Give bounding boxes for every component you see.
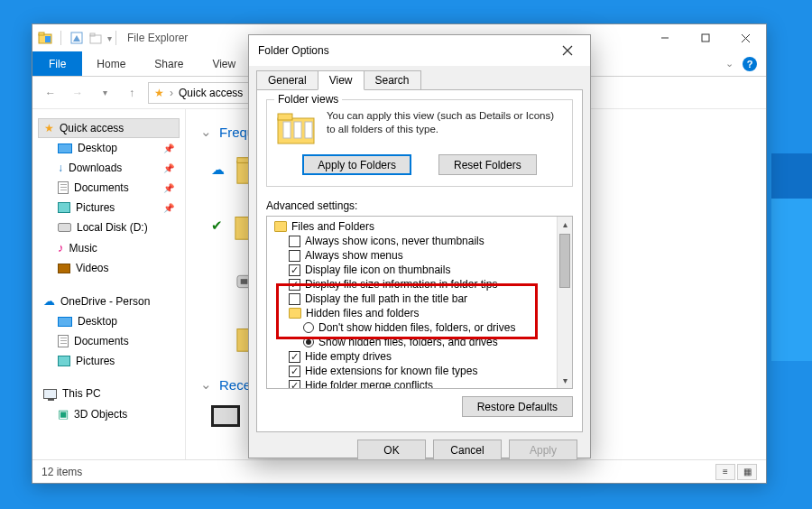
tree-option[interactable]: Display file size information in folder … xyxy=(269,277,555,292)
recent-locations-button[interactable]: ▾ xyxy=(94,82,115,104)
chevron-right-icon[interactable]: › xyxy=(170,87,173,99)
checkbox-icon[interactable] xyxy=(289,351,300,363)
breadcrumb-segment[interactable]: Quick access xyxy=(179,87,243,99)
tree-label: Hide folder merge conflicts xyxy=(305,379,433,388)
desktop-icon xyxy=(58,317,72,327)
checkbox-icon[interactable] xyxy=(289,279,300,291)
restore-defaults-button[interactable]: Restore Defaults xyxy=(462,396,573,417)
radio-icon[interactable] xyxy=(303,337,314,347)
radio-icon[interactable] xyxy=(303,322,314,333)
apply-button[interactable]: Apply xyxy=(509,440,577,460)
navigation-pane: ★ Quick access Desktop📌 ↓Downloads📌 Docu… xyxy=(32,109,186,459)
nav-item-3d-objects[interactable]: ▣3D Objects xyxy=(38,403,180,424)
close-button[interactable] xyxy=(554,37,581,64)
tree-label: Hide extensions for known file types xyxy=(305,365,477,377)
dialog-tabs: General View Search xyxy=(249,66,590,89)
tab-view[interactable]: View xyxy=(198,51,250,76)
nav-item-music[interactable]: ♪Music xyxy=(38,237,180,258)
svg-rect-21 xyxy=(294,122,301,138)
scrollbar[interactable]: ▴ ▾ xyxy=(557,217,572,388)
new-folder-icon[interactable] xyxy=(88,31,103,45)
nav-item-documents[interactable]: Documents📌 xyxy=(38,178,180,198)
breadcrumb[interactable]: ★ › Quick access › xyxy=(148,82,258,104)
group-legend: Folder views xyxy=(274,93,342,106)
close-button[interactable] xyxy=(725,24,766,51)
quick-access-toolbar: ▾ xyxy=(38,31,112,45)
thumbnails-view-button[interactable]: ▦ xyxy=(737,464,757,480)
tree-radio-option[interactable]: Show hidden files, folders, and drives xyxy=(269,335,555,349)
ok-button[interactable]: OK xyxy=(357,440,426,460)
tab-home[interactable]: Home xyxy=(82,51,140,76)
apply-to-folders-button[interactable]: Apply to Folders xyxy=(302,154,411,175)
scrollbar-thumb[interactable] xyxy=(559,234,570,288)
svg-rect-6 xyxy=(702,34,709,42)
tree-radio-option[interactable]: Don't show hidden files, folders, or dri… xyxy=(269,320,555,335)
tree-option[interactable]: Display file icon on thumbnails xyxy=(269,263,555,277)
nav-item-downloads[interactable]: ↓Downloads📌 xyxy=(38,158,180,178)
maximize-button[interactable] xyxy=(685,24,725,51)
tab-file[interactable]: File xyxy=(32,51,82,76)
checkbox-icon[interactable] xyxy=(289,366,300,377)
nav-item-pictures[interactable]: Pictures📌 xyxy=(38,198,180,217)
tree-option[interactable]: Hide folder merge conflicts xyxy=(269,378,555,388)
chevron-down-icon: ⌄ xyxy=(200,376,212,393)
tree-node-hidden[interactable]: Hidden files and folders xyxy=(269,306,555,320)
details-view-button[interactable]: ≡ xyxy=(715,464,735,480)
scroll-down-button[interactable]: ▾ xyxy=(558,373,572,388)
tree-option[interactable]: Hide empty drives xyxy=(269,349,555,364)
nav-item-local-disk[interactable]: Local Disk (D:) xyxy=(38,217,180,237)
advanced-settings-tree: Files and Folders Always show icons, nev… xyxy=(266,216,573,389)
nav-item-desktop[interactable]: Desktop📌 xyxy=(38,138,180,158)
scroll-up-button[interactable]: ▴ xyxy=(558,217,572,232)
scrollbar-track[interactable] xyxy=(558,290,572,373)
up-button[interactable]: ↑ xyxy=(121,82,143,104)
folder-icon xyxy=(289,308,301,319)
svg-rect-2 xyxy=(45,36,51,42)
tab-view[interactable]: View xyxy=(318,70,364,90)
forward-button[interactable]: → xyxy=(67,82,88,104)
pin-icon: 📌 xyxy=(163,143,174,153)
tab-search[interactable]: Search xyxy=(364,70,421,90)
checkbox-icon[interactable] xyxy=(289,293,300,305)
reset-folders-button[interactable]: Reset Folders xyxy=(438,154,537,175)
nav-item-od-documents[interactable]: Documents xyxy=(38,331,180,351)
nav-item-od-pictures[interactable]: Pictures xyxy=(38,351,180,371)
svg-rect-17 xyxy=(214,408,237,424)
pc-icon xyxy=(43,389,57,399)
dialog-titlebar[interactable]: Folder Options xyxy=(249,35,590,66)
image-thumbnail xyxy=(211,405,240,427)
nav-this-pc[interactable]: This PC xyxy=(38,384,180,403)
tree-option[interactable]: Hide extensions for known file types xyxy=(269,364,555,378)
tree-label: Don't show hidden files, folders, or dri… xyxy=(318,321,515,334)
svg-rect-12 xyxy=(241,279,248,284)
chevron-down-icon: ⌄ xyxy=(200,124,212,140)
back-button[interactable]: ← xyxy=(40,82,61,104)
nav-item-od-desktop[interactable]: Desktop xyxy=(38,311,180,331)
nav-onedrive[interactable]: ☁ OneDrive - Person xyxy=(38,291,180,311)
qat-chevron-icon[interactable]: ▾ xyxy=(107,33,112,43)
tab-general[interactable]: General xyxy=(256,70,318,90)
nav-quick-access[interactable]: ★ Quick access xyxy=(38,118,180,138)
tree-option[interactable]: Always show icons, never thumbnails xyxy=(269,234,555,248)
properties-icon[interactable] xyxy=(69,31,84,45)
nav-label: Downloads xyxy=(69,162,122,174)
tree-node-files-and-folders[interactable]: Files and Folders xyxy=(269,219,555,234)
checkbox-icon[interactable] xyxy=(289,264,300,276)
tree-option[interactable]: Always show menus xyxy=(269,248,555,263)
cloud-status-icon: ☁ xyxy=(211,162,225,178)
tab-share[interactable]: Share xyxy=(140,51,198,76)
svg-rect-1 xyxy=(39,32,44,35)
checkbox-icon[interactable] xyxy=(289,236,300,247)
ribbon-chevron-icon[interactable]: ⌄ xyxy=(725,58,734,69)
dialog-title: Folder Options xyxy=(258,44,329,57)
tree-option[interactable]: Display the full path in the title bar xyxy=(269,292,555,306)
cancel-button[interactable]: Cancel xyxy=(433,440,502,460)
nav-item-videos[interactable]: Videos xyxy=(38,258,180,278)
checkbox-icon[interactable] xyxy=(289,380,300,389)
help-icon[interactable]: ? xyxy=(743,57,757,71)
tree-label: Files and Folders xyxy=(291,220,374,233)
checkbox-icon[interactable] xyxy=(289,250,300,262)
minimize-button[interactable] xyxy=(644,24,685,51)
pin-icon: 📌 xyxy=(163,203,174,213)
folder-views-text: You can apply this view (such as Details… xyxy=(327,109,563,145)
